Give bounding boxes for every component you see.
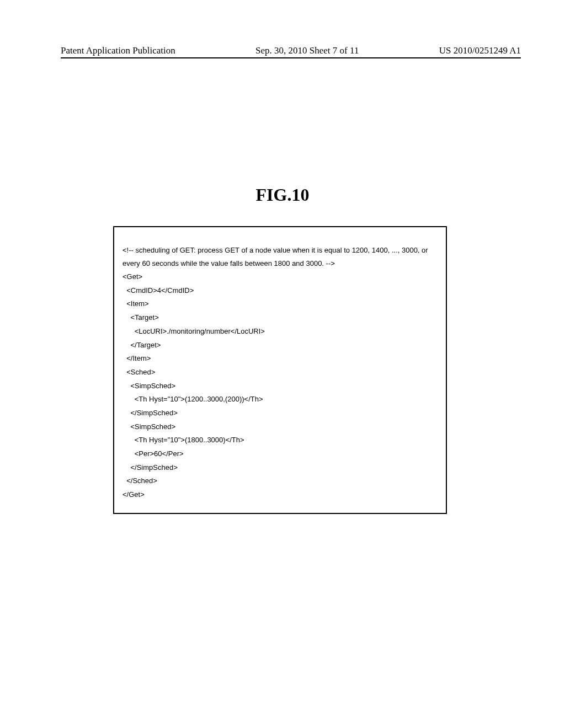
page-header: Patent Application Publication Sep. 30, … xyxy=(61,45,521,58)
code-line: <Per>60</Per> xyxy=(122,447,438,461)
code-line: <SimpSched> xyxy=(122,379,438,393)
code-line: <Th Hyst="10">(1800..3000)</Th> xyxy=(122,433,438,447)
code-line: <SimpSched> xyxy=(122,420,438,434)
header-patent-number: US 2010/0251249 A1 xyxy=(439,45,521,56)
code-listing: <!-- scheduling of GET: process GET of a… xyxy=(113,226,447,514)
code-line: <Get> xyxy=(122,270,438,284)
code-line: </Target> xyxy=(122,339,438,352)
code-line: </SimpSched> xyxy=(122,406,438,420)
code-line: <LocURI>./monitoring/number</LocURI> xyxy=(122,325,438,339)
code-line: </Sched> xyxy=(122,474,438,488)
code-comment: <!-- scheduling of GET: process GET of a… xyxy=(122,244,438,270)
header-date-sheet: Sep. 30, 2010 Sheet 7 of 11 xyxy=(255,45,359,56)
figure-title: FIG.10 xyxy=(0,185,565,205)
code-line: <Target> xyxy=(122,311,438,325)
code-line: <Sched> xyxy=(122,366,438,379)
code-line: <CmdID>4</CmdID> xyxy=(122,284,438,298)
code-line: <Th Hyst="10">(1200..3000,(200))</Th> xyxy=(122,393,438,406)
code-line: </SimpSched> xyxy=(122,461,438,475)
code-line: <Item> xyxy=(122,297,438,311)
code-line: </Get> xyxy=(122,488,438,502)
header-publication: Patent Application Publication xyxy=(61,45,175,56)
code-line: </Item> xyxy=(122,352,438,366)
